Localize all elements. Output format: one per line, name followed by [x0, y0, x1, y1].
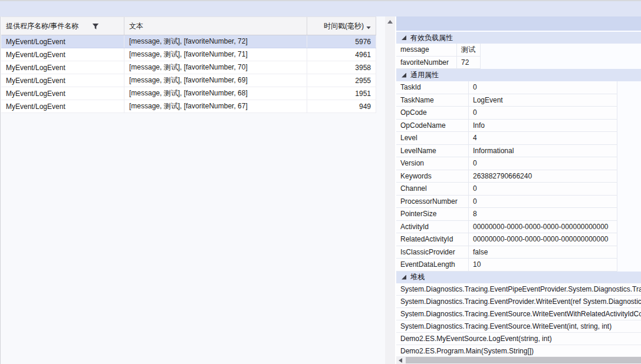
property-row[interactable]: LevelName Informational	[396, 145, 617, 158]
event-text-cell[interactable]: [message, 测试], [favoriteNumber, 67]	[124, 100, 307, 112]
property-name[interactable]: ProcessorNumber	[396, 196, 469, 208]
property-value[interactable]: 0	[469, 196, 617, 208]
property-name[interactable]: RelatedActivityId	[396, 233, 469, 246]
event-provider-cell[interactable]: MyEvent/LogEvent	[1, 87, 124, 100]
property-name[interactable]: IsClassicProvider	[396, 246, 469, 259]
property-row[interactable]: PointerSize 8	[396, 208, 617, 221]
event-row[interactable]: MyEvent/LogEvent [message, 测试], [favorit…	[1, 48, 376, 61]
property-value[interactable]: 263882790666240	[469, 170, 617, 183]
event-row[interactable]: MyEvent/LogEvent [message, 测试], [favorit…	[1, 61, 376, 74]
property-name[interactable]: PointerSize	[396, 208, 469, 220]
property-row[interactable]: OpCodeName Info	[396, 120, 617, 133]
event-timestamp-cell[interactable]: 4961	[307, 48, 376, 61]
property-value[interactable]: 0	[469, 157, 617, 170]
property-value[interactable]: 0	[469, 107, 617, 119]
event-timestamp-cell[interactable]: 3958	[307, 61, 376, 74]
scroll-up-icon[interactable]	[387, 20, 393, 24]
event-timestamp-cell[interactable]: 2955	[307, 74, 376, 87]
event-row[interactable]: MyEvent/LogEvent [message, 测试], [favorit…	[1, 100, 376, 113]
property-name[interactable]: LevelName	[396, 145, 469, 157]
property-name[interactable]: favoriteNumber	[396, 57, 457, 69]
stack-frames-list: System.Diagnostics.Tracing.EventPipeEven…	[396, 283, 641, 358]
horizontal-scrollbar[interactable]	[396, 356, 641, 364]
property-value[interactable]: 测试	[457, 44, 481, 56]
column-header-provider-event[interactable]: 提供程序名称/事件名称	[1, 17, 124, 35]
property-name[interactable]: Keywords	[396, 170, 469, 183]
property-value[interactable]: 10	[469, 259, 617, 271]
common-properties-grid: TaskId 0 TaskName LogEvent OpCode 0 OpCo…	[396, 81, 641, 272]
property-value[interactable]: LogEvent	[469, 94, 617, 107]
property-row[interactable]: favoriteNumber 72	[396, 57, 481, 70]
property-row[interactable]: Keywords 263882790666240	[396, 170, 617, 183]
section-header-stack[interactable]: 堆栈	[396, 272, 641, 283]
property-value[interactable]: 8	[469, 208, 617, 220]
property-name[interactable]: OpCodeName	[396, 120, 469, 132]
section-expanded-icon[interactable]	[402, 73, 406, 78]
scrollbar-thumb[interactable]	[406, 357, 641, 363]
property-value[interactable]: 00000000-0000-0000-0000-000000000000	[469, 233, 617, 246]
details-header-band	[396, 16, 641, 31]
property-row[interactable]: Version 0	[396, 157, 617, 170]
property-row[interactable]: TaskId 0	[396, 81, 617, 94]
property-value[interactable]: 4	[469, 132, 617, 144]
property-value[interactable]: false	[469, 246, 617, 259]
scroll-left-icon[interactable]	[399, 358, 402, 363]
event-timestamp-cell[interactable]: 1951	[307, 87, 376, 100]
property-name[interactable]: ActivityId	[396, 221, 469, 233]
event-row[interactable]: MyEvent/LogEvent [message, 测试], [favorit…	[1, 74, 376, 87]
column-header-text[interactable]: 文本	[124, 17, 307, 35]
property-row[interactable]: RelatedActivityId 00000000-0000-0000-000…	[396, 233, 617, 246]
property-name[interactable]: TaskId	[396, 81, 469, 94]
event-text-cell[interactable]: [message, 测试], [favoriteNumber, 68]	[124, 87, 307, 100]
event-text-cell[interactable]: [message, 测试], [favoriteNumber, 70]	[124, 61, 307, 74]
stack-frame[interactable]: System.Diagnostics.Tracing.EventPipeEven…	[396, 283, 641, 296]
property-value[interactable]: 72	[457, 57, 481, 69]
property-row[interactable]: OpCode 0	[396, 107, 617, 120]
event-row[interactable]: MyEvent/LogEvent [message, 测试], [favorit…	[1, 87, 376, 100]
section-expanded-icon[interactable]	[402, 35, 406, 40]
property-row[interactable]: Level 4	[396, 132, 617, 145]
stack-frame[interactable]: Demo2.ES.Program.Main(System.String[])	[396, 345, 641, 358]
property-name[interactable]: message	[396, 44, 457, 56]
property-value[interactable]: 00000000-0000-0000-0000-000000000000	[469, 221, 617, 233]
section-expanded-icon[interactable]	[402, 275, 406, 280]
property-row[interactable]: TaskName LogEvent	[396, 94, 617, 107]
property-name[interactable]: Level	[396, 132, 469, 144]
property-row[interactable]: ProcessorNumber 0	[396, 196, 617, 209]
stack-frame[interactable]: System.Diagnostics.Tracing.EventSource.W…	[396, 308, 641, 320]
property-value[interactable]: 0	[469, 183, 617, 195]
event-text-cell[interactable]: [message, 测试], [favoriteNumber, 72]	[124, 35, 307, 48]
property-name[interactable]: EventDataLength	[396, 259, 469, 271]
event-provider-cell[interactable]: MyEvent/LogEvent	[1, 61, 124, 74]
property-row[interactable]: Channel 0	[396, 183, 617, 196]
property-row[interactable]: EventDataLength 10	[396, 259, 617, 272]
stack-frame[interactable]: Demo2.ES.MyEventSource.LogEvent(string, …	[396, 333, 641, 345]
event-provider-cell[interactable]: MyEvent/LogEvent	[1, 35, 124, 48]
property-value[interactable]: 0	[469, 81, 617, 94]
event-provider-cell[interactable]: MyEvent/LogEvent	[1, 74, 124, 87]
filter-funnel-icon[interactable]	[92, 23, 99, 32]
property-row[interactable]: IsClassicProvider false	[396, 246, 617, 259]
property-name[interactable]: OpCode	[396, 107, 469, 119]
stack-frame[interactable]: System.Diagnostics.Tracing.EventProvider…	[396, 296, 641, 308]
column-header-timestamp[interactable]: 时间戳(毫秒)	[307, 17, 376, 35]
column-header-timestamp-label: 时间戳(毫秒)	[324, 21, 364, 31]
property-name[interactable]: TaskName	[396, 94, 469, 107]
property-value[interactable]: Informational	[469, 145, 617, 157]
stack-frame[interactable]: System.Diagnostics.Tracing.EventSource.W…	[396, 320, 641, 333]
event-text-cell[interactable]: [message, 测试], [favoriteNumber, 69]	[124, 74, 307, 87]
property-value[interactable]: Info	[469, 120, 617, 132]
property-row[interactable]: message 测试	[396, 44, 481, 57]
event-provider-cell[interactable]: MyEvent/LogEvent	[1, 48, 124, 61]
event-timestamp-cell[interactable]: 949	[307, 100, 376, 112]
property-name[interactable]: Version	[396, 157, 469, 170]
section-header-common[interactable]: 通用属性	[396, 69, 641, 81]
section-header-payload[interactable]: 有效负载属性	[396, 32, 641, 44]
vertical-scrollbar[interactable]	[385, 16, 395, 364]
event-row[interactable]: MyEvent/LogEvent [message, 测试], [favorit…	[1, 35, 376, 48]
event-timestamp-cell[interactable]: 5976	[307, 35, 376, 48]
property-row[interactable]: ActivityId 00000000-0000-0000-0000-00000…	[396, 221, 617, 234]
property-name[interactable]: Channel	[396, 183, 469, 195]
event-provider-cell[interactable]: MyEvent/LogEvent	[1, 100, 124, 112]
event-text-cell[interactable]: [message, 测试], [favoriteNumber, 71]	[124, 48, 307, 61]
